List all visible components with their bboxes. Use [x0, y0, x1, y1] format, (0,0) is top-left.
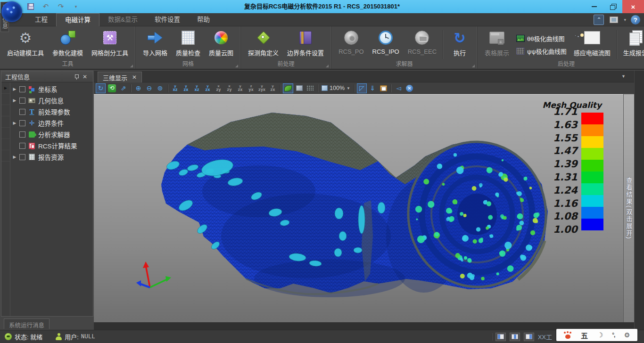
- view-orientation-button-6[interactable]: yzx: [235, 83, 245, 93]
- expand-arrow-icon[interactable]: ▶: [12, 121, 17, 125]
- ribbon-tab-数据&显示[interactable]: 数据&显示: [99, 13, 146, 26]
- wireframe-view-button[interactable]: [294, 83, 304, 93]
- rotate-orbit-button[interactable]: ↻: [96, 83, 106, 93]
- zoom-fit-button[interactable]: ⊚: [155, 83, 165, 93]
- tree-row-header: [1, 116, 10, 128]
- panel-close-button[interactable]: ✕: [81, 73, 89, 81]
- system-messages-tab[interactable]: 系统运行消息: [4, 318, 50, 329]
- group-expand-icon[interactable]: [130, 65, 133, 67]
- tag-icon: [256, 31, 271, 45]
- rotate-screen-icon: ⟲: [108, 84, 116, 92]
- gear-icon[interactable]: ⚙: [624, 331, 630, 339]
- tab-list-dropdown-icon[interactable]: ▼: [621, 74, 626, 79]
- button-icon-box: [180, 29, 197, 47]
- moon-icon[interactable]: ☽: [597, 331, 603, 339]
- tree-item-label: 几何信息: [38, 96, 64, 105]
- results-collapsed-bar[interactable]: 查看结果(双击展开): [623, 94, 634, 322]
- tab-3d-display[interactable]: 三维显示 ✕: [98, 72, 142, 82]
- app-logo[interactable]: [1, 1, 22, 22]
- view-orientation-button-8[interactable]: yzyx: [257, 83, 267, 93]
- expand-arrow-icon[interactable]: ▶: [12, 155, 17, 159]
- dropdown-icon[interactable]: ▾: [624, 17, 626, 22]
- tree-item-分析求解器[interactable]: 分析求解器: [10, 129, 93, 140]
- ribbon-tab-工程[interactable]: 工程: [26, 13, 56, 26]
- ribbon-button-θθ极化曲线图[interactable]: θθ极化曲线图: [514, 33, 569, 43]
- help-icon[interactable]: ?: [631, 15, 640, 24]
- close-button[interactable]: ×: [622, 0, 644, 13]
- expand-arrow-icon[interactable]: ▶: [12, 87, 17, 91]
- view-orientation-button-1[interactable]: yzx: [181, 83, 191, 93]
- divider: [491, 333, 492, 341]
- ribbon-button-参数化建模[interactable]: 参数化建模: [49, 28, 86, 61]
- tree-item-RCS计算结果[interactable]: RCS计算结果: [10, 140, 93, 151]
- expand-arrow-icon[interactable]: ▶: [12, 98, 17, 103]
- shaded-view-button[interactable]: [283, 83, 293, 93]
- collapse-ribbon-icon[interactable]: ⌃: [594, 15, 604, 25]
- ribbon-tab-电磁计算[interactable]: 电磁计算: [56, 13, 99, 26]
- tree-checkbox[interactable]: [19, 109, 25, 115]
- rotate-screen-button[interactable]: ⟲: [107, 83, 117, 93]
- group-expand-icon[interactable]: [326, 65, 329, 67]
- ribbon-tab-帮助[interactable]: 帮助: [189, 13, 218, 26]
- pan-button[interactable]: ⇗: [118, 83, 128, 93]
- tree-item-报告资源[interactable]: ▶报告资源: [10, 151, 93, 163]
- tree-checkbox[interactable]: [19, 98, 25, 104]
- ribbon-button-RCS_IPO[interactable]: RCS_IPO: [369, 28, 403, 61]
- view-orientation-button-0[interactable]: yxz: [170, 83, 180, 93]
- view-orientation-button-3[interactable]: yzx: [203, 83, 213, 93]
- import-view-button[interactable]: ⇓: [368, 83, 378, 93]
- layers-button[interactable]: [379, 83, 388, 93]
- zoom-out-button[interactable]: ⊖: [144, 83, 154, 93]
- tab-close-icon[interactable]: ✕: [132, 74, 137, 81]
- tree-item-坐标系[interactable]: ▶坐标系: [10, 83, 93, 95]
- 3d-canvas[interactable]: Mesh Quality 1.711.631.551.471.391.311.2…: [94, 94, 623, 322]
- tree-checkbox[interactable]: [19, 131, 25, 138]
- view-orientation-button-2[interactable]: yxz: [192, 83, 202, 93]
- ribbon-button-边界条件设置[interactable]: 边界条件设置: [284, 28, 327, 61]
- view-orientation-button-7[interactable]: zyx: [246, 83, 256, 93]
- points-view-button[interactable]: [305, 83, 315, 93]
- ribbon-button-启动建模工具[interactable]: ⚙启动建模工具: [4, 28, 47, 61]
- ribbon-button-质量检查[interactable]: 质量检查: [173, 28, 204, 61]
- cyan-patch: [378, 202, 385, 213]
- group-expand-icon[interactable]: [472, 65, 475, 67]
- paw-icon[interactable]: [564, 332, 572, 339]
- ribbon-button-ψψ极化曲线图[interactable]: ψψ极化曲线图: [514, 46, 569, 56]
- tree-item-边界条件[interactable]: ▶✛边界条件: [10, 117, 93, 129]
- tree-checkbox[interactable]: [19, 154, 25, 160]
- zoom-level-dropdown[interactable]: 100%▼: [320, 85, 352, 91]
- ribbon-button-探测角定义[interactable]: 探测角定义: [245, 28, 282, 61]
- layout-middle-icon[interactable]: [510, 333, 520, 341]
- ribbon-button-生成报告[interactable]: 生成报告: [620, 28, 644, 61]
- ribbon-button-感应电磁流图[interactable]: 感应电磁流图: [570, 28, 614, 61]
- zoom-in-button[interactable]: ⊕: [133, 83, 143, 93]
- view-orientation-button-5[interactable]: xzy: [224, 83, 234, 93]
- screen-button[interactable]: [609, 15, 619, 25]
- ribbon-tab-软件设置[interactable]: 软件设置: [146, 13, 189, 26]
- layout-left-icon[interactable]: [495, 333, 506, 341]
- wubi-mode-button[interactable]: 五: [581, 330, 588, 340]
- ime-toolbar[interactable]: 五 ☽ °, ⚙: [556, 329, 637, 341]
- tree-checkbox[interactable]: [19, 143, 25, 149]
- tree-checkbox[interactable]: [19, 120, 25, 126]
- ribbon-button-执行[interactable]: ↻执行: [446, 28, 473, 61]
- ribbon-button-网格剖分工具[interactable]: ⚒网格剖分工具: [88, 28, 132, 61]
- layout-right-icon[interactable]: [524, 333, 534, 341]
- group-expand-icon[interactable]: [235, 65, 238, 67]
- tree-checkbox[interactable]: [19, 86, 25, 92]
- view-orientation-button-9[interactable]: yzx: [268, 83, 278, 93]
- ribbon-button-导入网格[interactable]: 导入网格: [140, 28, 171, 61]
- tree-item-前处理参数[interactable]: T前处理参数: [10, 106, 93, 117]
- punctuation-icon[interactable]: °,: [612, 332, 615, 338]
- ribbon-button-质量云图[interactable]: 质量云图: [206, 28, 237, 61]
- minimize-button[interactable]: [585, 0, 603, 13]
- view-orientation-button-4[interactable]: xzy: [214, 83, 223, 93]
- pin-button[interactable]: [72, 73, 81, 81]
- cancel-button[interactable]: ✕: [405, 83, 414, 93]
- mirror-button[interactable]: ◅: [394, 83, 404, 93]
- tree-item-几何信息[interactable]: ▶几何信息: [10, 95, 93, 106]
- legend-value-label: 1.00: [553, 224, 578, 235]
- user-icon: [56, 333, 62, 340]
- select-mode-button[interactable]: ◸: [357, 83, 367, 93]
- restore-button[interactable]: [603, 0, 622, 13]
